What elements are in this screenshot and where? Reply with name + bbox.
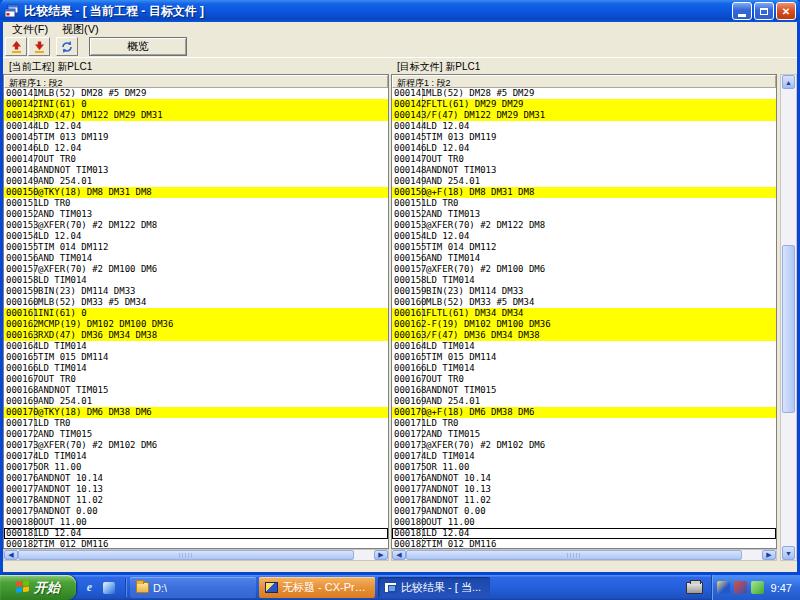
code-row[interactable]: 000174LD TIM014	[392, 451, 776, 462]
vertical-scrollbar[interactable]: ▲ ▼	[780, 74, 797, 561]
scroll-right-arrow-icon[interactable]: ▶	[374, 550, 388, 560]
code-row[interactable]: 000160MLB(52) DM33 #5 DM34	[4, 297, 388, 308]
right-horizontal-scroll-thumb[interactable]	[406, 550, 742, 560]
close-button[interactable]: ✕	[776, 2, 796, 20]
code-row[interactable]: 000164LD TIM014	[4, 341, 388, 352]
minimize-button[interactable]	[732, 2, 752, 20]
code-row[interactable]: 000174LD TIM014	[4, 451, 388, 462]
code-row[interactable]: 000171LD TR0	[392, 418, 776, 429]
start-button[interactable]: 开始	[0, 575, 76, 600]
code-row[interactable]: 000141MLB(52) DM28 #5 DM29	[392, 88, 776, 99]
code-row[interactable]: 000144LD 12.04	[392, 121, 776, 132]
code-row[interactable]: 000165TIM 015 DM114	[4, 352, 388, 363]
code-row[interactable]: 000149AND 254.01	[4, 176, 388, 187]
code-row[interactable]: 000162-F(19) DM102 DM100 DM36	[392, 319, 776, 330]
code-row[interactable]: 000147OUT TR0	[4, 154, 388, 165]
jump-next-difference-button[interactable]	[28, 37, 50, 56]
code-row[interactable]: 000149AND 254.01	[392, 176, 776, 187]
code-row[interactable]: 000152AND TIM013	[4, 209, 388, 220]
code-row[interactable]: 000169AND 254.01	[392, 396, 776, 407]
scroll-down-arrow-icon[interactable]: ▼	[782, 546, 795, 560]
tray-icon-2[interactable]	[734, 581, 747, 594]
code-row[interactable]: 000150@+F(18) DM8 DM31 DM8	[392, 187, 776, 198]
code-row[interactable]: 000175OR 11.00	[4, 462, 388, 473]
code-row[interactable]: 000170@TKY(18) DM6 DM38 DM6	[4, 407, 388, 418]
code-row[interactable]: 000156AND TIM014	[392, 253, 776, 264]
code-row[interactable]: 000172AND TIM015	[4, 429, 388, 440]
code-row[interactable]: 000145TIM 013 DM119	[4, 132, 388, 143]
code-row[interactable]: 000169AND 254.01	[4, 396, 388, 407]
printer-icon[interactable]	[686, 582, 703, 594]
code-row[interactable]: 000157@XFER(70) #2 DM100 DM6	[4, 264, 388, 275]
code-row[interactable]: 000165TIM 015 DM114	[392, 352, 776, 363]
code-row[interactable]: 000177ANDNOT 10.13	[4, 484, 388, 495]
code-row[interactable]: 000176ANDNOT 10.14	[392, 473, 776, 484]
code-row[interactable]: 000142INI(61) 0	[4, 99, 388, 110]
code-row[interactable]: 000176ANDNOT 10.14	[4, 473, 388, 484]
scroll-right-arrow-icon[interactable]: ▶	[762, 550, 776, 560]
code-row[interactable]: 000154LD 12.04	[392, 231, 776, 242]
code-row[interactable]: 000159BIN(23) DM114 DM33	[4, 286, 388, 297]
code-row[interactable]: 000179ANDNOT 0.00	[392, 506, 776, 517]
code-row[interactable]: 000162MCMP(19) DM102 DM100 DM36	[4, 319, 388, 330]
code-row[interactable]: 000173@XFER(70) #2 DM102 DM6	[4, 440, 388, 451]
code-row[interactable]: 000182TIM 012 DM116	[4, 539, 388, 549]
code-row[interactable]: 000148ANDNOT TIM013	[392, 165, 776, 176]
tray-icon-1[interactable]	[717, 581, 730, 594]
code-row[interactable]: 000150@TKY(18) DM8 DM31 DM8	[4, 187, 388, 198]
code-row[interactable]: 000156AND TIM014	[4, 253, 388, 264]
scroll-up-arrow-icon[interactable]: ▲	[782, 75, 795, 89]
code-row[interactable]: 000167OUT TR0	[392, 374, 776, 385]
taskbar-task-button[interactable]: D:\	[130, 577, 256, 598]
code-row[interactable]: 000173@XFER(70) #2 DM102 DM6	[392, 440, 776, 451]
code-row[interactable]: 000142FLTL(61) DM29 DM29	[392, 99, 776, 110]
code-row[interactable]: 000152AND TIM013	[392, 209, 776, 220]
code-row[interactable]: 000179ANDNOT 0.00	[4, 506, 388, 517]
taskbar-task-button[interactable]: 比较结果 - [ 当...	[378, 577, 490, 598]
code-row[interactable]: 000146LD 12.04	[392, 143, 776, 154]
taskbar-task-button[interactable]: 无标题 - CX-Prog...	[259, 577, 375, 598]
menu-item[interactable]: 视图(V)	[55, 22, 106, 36]
right-horizontal-scrollbar[interactable]: ◀ ▶	[391, 549, 777, 561]
code-row[interactable]: 000161FLTL(61) DM34 DM34	[392, 308, 776, 319]
code-row[interactable]: 000175OR 11.00	[392, 462, 776, 473]
code-row[interactable]: 000172AND TIM015	[392, 429, 776, 440]
restore-button[interactable]	[754, 2, 774, 20]
code-row[interactable]: 000170@+F(18) DM6 DM38 DM6	[392, 407, 776, 418]
code-row[interactable]: 000141MLB(52) DM28 #5 DM29	[4, 88, 388, 99]
quick-launch-app-icon[interactable]	[101, 580, 116, 595]
left-horizontal-scrollbar[interactable]: ◀ ▶	[3, 549, 389, 561]
code-row[interactable]: 000154LD 12.04	[4, 231, 388, 242]
code-row[interactable]: 000147OUT TR0	[392, 154, 776, 165]
code-row[interactable]: 000178ANDNOT 11.02	[392, 495, 776, 506]
code-row[interactable]: 000168ANDNOT TIM015	[392, 385, 776, 396]
code-row[interactable]: 000153@XFER(70) #2 DM122 DM8	[4, 220, 388, 231]
code-row[interactable]: 000177ANDNOT 10.13	[392, 484, 776, 495]
vertical-scroll-thumb[interactable]	[782, 245, 795, 413]
left-horizontal-scroll-thumb[interactable]	[18, 550, 354, 560]
refresh-button[interactable]	[56, 37, 78, 56]
code-row[interactable]: 000151LD TR0	[4, 198, 388, 209]
scroll-left-arrow-icon[interactable]: ◀	[4, 550, 18, 560]
code-row[interactable]: 000157@XFER(70) #2 DM100 DM6	[392, 264, 776, 275]
code-row[interactable]: 000151LD TR0	[392, 198, 776, 209]
code-row[interactable]: 000163RXD(47) DM36 DM34 DM38	[4, 330, 388, 341]
code-row[interactable]: 000144LD 12.04	[4, 121, 388, 132]
code-row[interactable]: 000166LD TIM014	[4, 363, 388, 374]
overview-button[interactable]: 概览	[89, 37, 187, 56]
code-row[interactable]: 000161INI(61) 0	[4, 308, 388, 319]
code-row[interactable]: 000181LD 12.04	[392, 528, 776, 539]
tray-icon-3[interactable]	[751, 581, 764, 594]
code-row[interactable]: 000168ANDNOT TIM015	[4, 385, 388, 396]
code-row[interactable]: 000155TIM 014 DM112	[4, 242, 388, 253]
code-row[interactable]: 000180OUT 11.00	[392, 517, 776, 528]
code-row[interactable]: 000160MLB(52) DM33 #5 DM34	[392, 297, 776, 308]
scroll-left-arrow-icon[interactable]: ◀	[392, 550, 406, 560]
code-row[interactable]: 000148ANDNOT TIM013	[4, 165, 388, 176]
code-row[interactable]: 000158LD TIM014	[392, 275, 776, 286]
code-row[interactable]: 000159BIN(23) DM114 DM33	[392, 286, 776, 297]
code-row[interactable]: 000180OUT 11.00	[4, 517, 388, 528]
internet-explorer-icon[interactable]: e	[82, 580, 97, 595]
code-row[interactable]: 000181LD 12.04	[4, 528, 388, 539]
code-row[interactable]: 000146LD 12.04	[4, 143, 388, 154]
